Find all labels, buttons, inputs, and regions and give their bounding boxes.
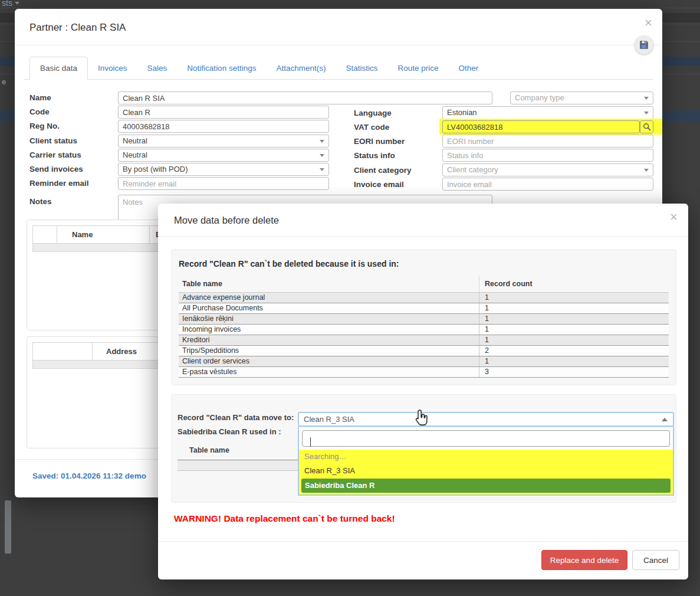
close-icon[interactable]: × — [645, 17, 652, 30]
eori-field[interactable] — [442, 135, 653, 148]
reminder-email-label: Reminder email — [29, 179, 89, 188]
eori-label: EORI number — [354, 137, 405, 146]
cell-table-name: E-pasta vēstules — [179, 367, 479, 377]
dropdown-searching-item: Searching… — [299, 450, 673, 464]
cell-table-name: Ienākošie rēķini — [179, 314, 479, 324]
partner-tab[interactable]: Statistics — [336, 57, 387, 79]
carrier-status-select[interactable]: Neutral — [118, 149, 329, 162]
page-background: sts e Partner : Clean R SIA × Basic data… — [0, 0, 700, 596]
cell-table-name: Trips/Spedditions — [179, 346, 479, 356]
client-status-label: Client status — [29, 136, 77, 145]
bg-row-line — [0, 8, 700, 8]
vat-code-label: VAT code — [354, 123, 389, 132]
cell-record-count: 2 — [479, 346, 669, 356]
language-select[interactable]: Estonian — [442, 106, 653, 119]
chevron-up-icon — [662, 418, 668, 421]
vat-search-button[interactable] — [640, 120, 653, 133]
cell-record-count: 1 — [479, 325, 669, 335]
used-in-table-row: Incoming invoices 1 — [179, 325, 669, 335]
cell-table-name: Client order services — [179, 356, 479, 366]
background-text-fragment: e — [2, 77, 6, 86]
cell-record-count: 1 — [479, 335, 669, 345]
partner-tab[interactable]: Basic data — [29, 57, 88, 80]
contacts-col-name: Name — [57, 226, 149, 243]
used-in-table-body: Advance expense journal 1 All Purchase D… — [179, 293, 669, 378]
name-label: Name — [29, 93, 51, 102]
cell-record-count: 3 — [479, 367, 669, 377]
partner-modal-title: Partner : Clean R SIA — [29, 22, 126, 34]
notes-label: Notes — [29, 197, 52, 206]
cell-table-name: Incoming invoices — [179, 325, 479, 335]
code-label: Code — [29, 107, 50, 116]
used-in-heading: Record "Clean R" can`t be deleted becaus… — [179, 259, 399, 268]
dropdown-option-selected[interactable]: Sabiedriba Clean R — [301, 479, 671, 493]
cell-table-name: All Purchase Documents — [179, 303, 479, 313]
used-in-table-row: Kreditori 1 — [179, 335, 669, 346]
partner-tabs: Basic dataInvoicesSalesNotification sett… — [24, 57, 653, 80]
invoice-email-field[interactable] — [442, 178, 653, 191]
partner-tab[interactable]: Sales — [137, 57, 178, 79]
warning-text: WARNING! Data replacement can`t be turne… — [174, 513, 395, 524]
dropdown-search-wrap — [299, 427, 673, 450]
used-in-table: Table name Record count Advance expense … — [179, 276, 669, 378]
col-record-count: Record count — [479, 276, 669, 292]
status-info-label: Status info — [354, 151, 395, 160]
reminder-email-field[interactable] — [118, 177, 329, 190]
move-to-dropdown: Searching… Clean R_3 SIA Sabiedriba Clea… — [298, 427, 674, 496]
partner-tab[interactable]: Notification settings — [177, 57, 266, 79]
chevron-down-icon — [644, 169, 649, 172]
dropdown-search-input[interactable] — [302, 430, 670, 447]
cell-table-name: Advance expense journal — [179, 293, 479, 303]
invoice-email-label: Invoice email — [354, 180, 404, 189]
saved-status: Saved: 01.04.2026 11:32 demo — [32, 471, 146, 480]
used-in-table-row: E-pasta vēstules 3 — [179, 367, 669, 378]
replace-and-delete-button[interactable]: Replace and delete — [541, 550, 627, 570]
client-status-select[interactable]: Neutral — [118, 135, 329, 148]
code-field[interactable] — [118, 106, 329, 119]
reg-no-field[interactable] — [118, 120, 329, 133]
reg-no-label: Reg No. — [29, 122, 60, 130]
divider — [158, 236, 688, 237]
move-to-label: Record "Clean R" data move to: — [178, 413, 294, 422]
client-category-select[interactable]: Client category — [442, 163, 653, 176]
col-table-name: Table name — [179, 276, 479, 292]
background-menu[interactable]: sts — [2, 0, 19, 8]
partner-tab[interactable]: Invoices — [88, 57, 137, 79]
background-scrollbar — [5, 500, 11, 554]
used-in-table-row: Ienākošie rēķini 1 — [179, 314, 669, 325]
save-button[interactable] — [635, 35, 653, 54]
move-data-modal: Move data before delete × Record "Clean … — [158, 204, 688, 579]
move-to-select[interactable]: Clean R_3 SIA — [298, 412, 674, 427]
cell-record-count: 1 — [479, 293, 669, 303]
send-invoices-select[interactable]: By post (with POD) — [118, 163, 329, 176]
cell-table-name: Kreditori — [179, 335, 479, 345]
divider — [158, 541, 688, 542]
floppy-disk-icon — [639, 40, 649, 50]
cell-record-count: 1 — [479, 303, 669, 313]
chevron-down-icon — [320, 168, 324, 171]
cancel-button[interactable]: Cancel — [632, 550, 679, 570]
chevron-down-icon — [320, 154, 324, 157]
name-field[interactable] — [118, 91, 492, 104]
chevron-down-icon — [320, 140, 324, 143]
vat-code-field[interactable] — [442, 120, 640, 133]
dropdown-results: Searching… Clean R_3 SIA Sabiedriba Clea… — [299, 450, 673, 495]
used-in-table-row: Client order services 1 — [179, 356, 669, 367]
used-in-table-row: Advance expense journal 1 — [179, 293, 669, 303]
cell-record-count: 1 — [479, 356, 669, 366]
used-in-table-row: Trips/Spedditions 2 — [179, 346, 669, 356]
send-invoices-label: Send invoices — [29, 165, 83, 173]
chevron-down-icon — [644, 97, 649, 100]
close-icon[interactable]: × — [670, 211, 678, 224]
dropdown-option[interactable]: Clean R_3 SIA — [299, 464, 673, 478]
company-type-select[interactable]: Company type — [510, 91, 653, 104]
partner-tab[interactable]: Attachment(s) — [266, 57, 336, 79]
partner-tab[interactable]: Other — [449, 57, 489, 79]
partner-tab[interactable]: Route price — [387, 57, 448, 79]
used-in-panel: Record "Clean R" can`t be deleted becaus… — [171, 249, 676, 385]
divider — [15, 45, 662, 45]
status-info-field[interactable] — [442, 149, 653, 162]
text-cursor — [310, 437, 311, 447]
contacts-col-blank — [33, 226, 57, 243]
second-table-header: Table name — [189, 446, 229, 454]
